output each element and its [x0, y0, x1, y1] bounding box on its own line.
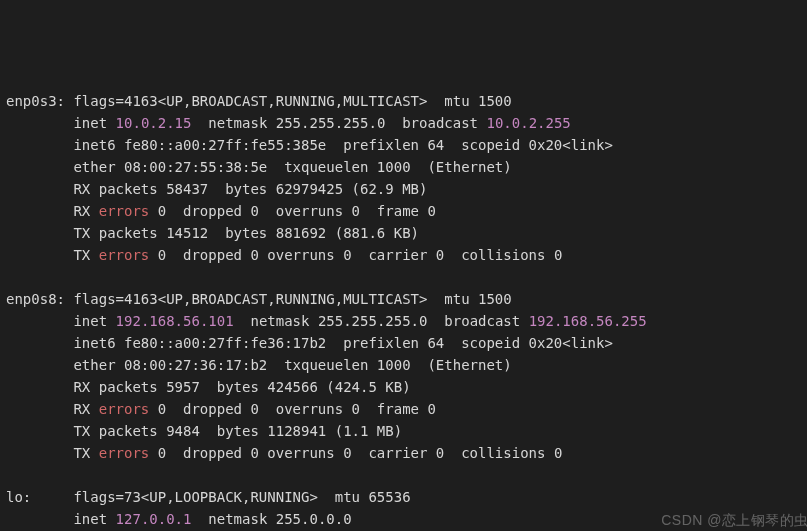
- tx-packets-text: TX packets 9484 bytes 1128941 (1.1 MB): [6, 423, 402, 439]
- tx-packets-line: TX packets 9484 bytes 1128941 (1.1 MB): [6, 420, 807, 442]
- broadcast-label: broadcast: [427, 313, 528, 329]
- netmask: netmask 255.0.0.0: [191, 511, 351, 527]
- inet-label: inet: [73, 313, 115, 329]
- iface-flags: flags=4163<UP,BROADCAST,RUNNING,MULTICAS…: [73, 291, 511, 307]
- iface-flags: flags=73<UP,LOOPBACK,RUNNING> mtu 65536: [73, 489, 410, 505]
- iface-name: enp0s3:: [6, 93, 73, 109]
- errors-label: errors: [99, 247, 150, 263]
- broadcast-addr: 192.168.56.255: [529, 313, 647, 329]
- inet-label: inet: [73, 115, 115, 131]
- iface-name: enp0s8:: [6, 291, 73, 307]
- tx-packets-text: TX packets 14512 bytes 881692 (881.6 KB): [6, 225, 419, 241]
- ether-line-text: ether 08:00:27:55:38:5e txqueuelen 1000 …: [6, 159, 512, 175]
- rx-packets-text: RX packets 58437 bytes 62979425 (62.9 MB…: [6, 181, 427, 197]
- rx-errors-rest: 0 dropped 0 overruns 0 frame 0: [149, 203, 436, 219]
- terminal-output: enp0s3: flags=4163<UP,BROADCAST,RUNNING,…: [6, 90, 807, 531]
- inet6-line: inet6 fe80::a00:27ff:fe55:385e prefixlen…: [6, 134, 807, 156]
- inet6-line: inet6 fe80::a00:27ff:fe36:17b2 prefixlen…: [6, 332, 807, 354]
- rx-errors-line: RX errors 0 dropped 0 overruns 0 frame 0: [6, 200, 807, 222]
- tx-errors-line: TX errors 0 dropped 0 overruns 0 carrier…: [6, 442, 807, 464]
- inet-addr: 192.168.56.101: [116, 313, 234, 329]
- rx-errors-rest: 0 dropped 0 overruns 0 frame 0: [149, 401, 436, 417]
- inet-label: inet: [73, 511, 115, 527]
- inet-line: inet 192.168.56.101 netmask 255.255.255.…: [6, 310, 807, 332]
- netmask: netmask 255.255.255.0: [191, 115, 385, 131]
- ether-line-text: ether 08:00:27:36:17:b2 txqueuelen 1000 …: [6, 357, 512, 373]
- tx-packets-line: TX packets 14512 bytes 881692 (881.6 KB): [6, 222, 807, 244]
- iface-header: enp0s8: flags=4163<UP,BROADCAST,RUNNING,…: [6, 288, 807, 310]
- rx-errors-line: RX errors 0 dropped 0 overruns 0 frame 0: [6, 398, 807, 420]
- inet6-line-text: inet6 fe80::a00:27ff:fe55:385e prefixlen…: [6, 137, 613, 153]
- errors-label: errors: [99, 203, 150, 219]
- inet-line: inet 10.0.2.15 netmask 255.255.255.0 bro…: [6, 112, 807, 134]
- iface-name: lo:: [6, 489, 73, 505]
- inet6-line-text: inet6 fe80::a00:27ff:fe36:17b2 prefixlen…: [6, 335, 613, 351]
- rx-packets-line: RX packets 5957 bytes 424566 (424.5 KB): [6, 376, 807, 398]
- rx-packets-text: RX packets 5957 bytes 424566 (424.5 KB): [6, 379, 411, 395]
- iface-header: lo: flags=73<UP,LOOPBACK,RUNNING> mtu 65…: [6, 486, 807, 508]
- blank-line: [6, 464, 807, 486]
- errors-label: errors: [99, 401, 150, 417]
- broadcast-addr: 10.0.2.255: [486, 115, 570, 131]
- inet-addr: 127.0.0.1: [116, 511, 192, 527]
- ether-line: ether 08:00:27:36:17:b2 txqueuelen 1000 …: [6, 354, 807, 376]
- broadcast-label: broadcast: [385, 115, 486, 131]
- blank-line: [6, 266, 807, 288]
- tx-errors-line: TX errors 0 dropped 0 overruns 0 carrier…: [6, 244, 807, 266]
- iface-flags: flags=4163<UP,BROADCAST,RUNNING,MULTICAS…: [73, 93, 511, 109]
- errors-label: errors: [99, 445, 150, 461]
- inet-addr: 10.0.2.15: [116, 115, 192, 131]
- ether-line: ether 08:00:27:55:38:5e txqueuelen 1000 …: [6, 156, 807, 178]
- netmask: netmask 255.255.255.0: [234, 313, 428, 329]
- tx-errors-rest: 0 dropped 0 overruns 0 carrier 0 collisi…: [149, 445, 562, 461]
- rx-packets-line: RX packets 58437 bytes 62979425 (62.9 MB…: [6, 178, 807, 200]
- inet-line: inet 127.0.0.1 netmask 255.0.0.0: [6, 508, 807, 530]
- tx-errors-rest: 0 dropped 0 overruns 0 carrier 0 collisi…: [149, 247, 562, 263]
- iface-header: enp0s3: flags=4163<UP,BROADCAST,RUNNING,…: [6, 90, 807, 112]
